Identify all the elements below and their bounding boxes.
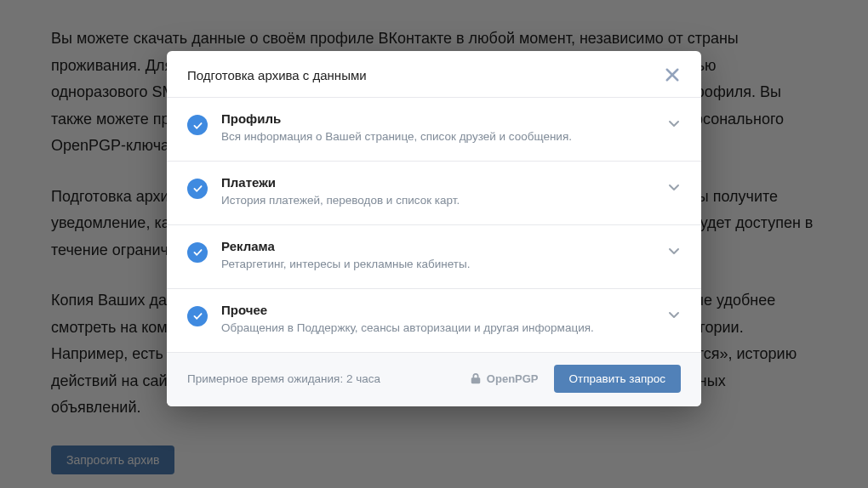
category-title: Прочее [221,303,667,317]
close-icon[interactable] [664,66,681,83]
archive-modal: Подготовка архива с данными Профиль Вся … [167,51,701,406]
category-desc: Вся информация о Вашей странице, список … [221,129,667,145]
chevron-down-icon [667,116,681,130]
category-other[interactable]: Прочее Обращения в Поддержку, сеансы авт… [167,289,701,352]
openpgp-label: OpenPGP [487,372,539,385]
modal-header: Подготовка архива с данными [167,51,701,98]
check-icon [187,115,208,135]
category-list: Профиль Вся информация о Вашей странице,… [167,98,701,352]
chevron-down-icon [667,244,681,258]
submit-request-button[interactable]: Отправить запрос [554,365,681,393]
wait-value: 2 часа [346,372,380,385]
wait-time-label: Примерное время ожидания: 2 часа [187,372,380,385]
category-text: Профиль Вся информация о Вашей странице,… [221,111,667,145]
category-text: Реклама Ретаргетинг, интересы и рекламны… [221,239,667,273]
category-text: Прочее Обращения в Поддержку, сеансы авт… [221,303,667,337]
category-title: Платежи [221,175,667,190]
category-title: Профиль [221,111,667,126]
wait-label: Примерное время ожидания: [187,372,343,385]
openpgp-toggle[interactable]: OpenPGP [470,372,539,385]
chevron-down-icon [667,308,681,321]
category-ads[interactable]: Реклама Ретаргетинг, интересы и рекламны… [167,225,701,289]
check-icon [187,242,208,263]
modal-title: Подготовка архива с данными [187,68,367,82]
modal-overlay[interactable]: Подготовка архива с данными Профиль Вся … [0,0,868,488]
category-profile[interactable]: Профиль Вся информация о Вашей странице,… [167,98,701,162]
category-text: Платежи История платежей, переводов и сп… [221,175,667,209]
category-desc: Обращения в Поддержку, сеансы авторизаци… [221,321,667,337]
check-icon [187,306,208,326]
modal-footer: Примерное время ожидания: 2 часа OpenPGP… [167,352,701,406]
category-desc: Ретаргетинг, интересы и рекламные кабине… [221,257,667,273]
category-desc: История платежей, переводов и список кар… [221,193,667,209]
category-title: Реклама [221,239,667,253]
chevron-down-icon [667,180,681,194]
check-icon [187,179,208,199]
category-payments[interactable]: Платежи История платежей, переводов и сп… [167,162,701,225]
lock-icon [470,372,482,384]
